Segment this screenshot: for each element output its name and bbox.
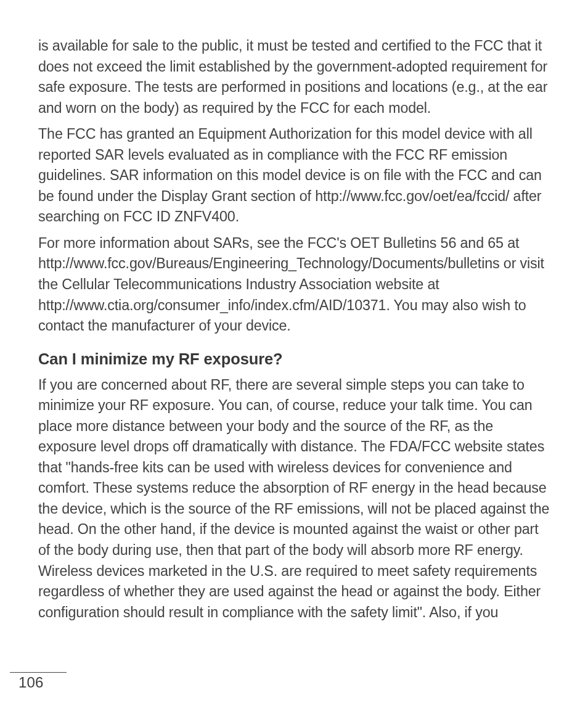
- section-heading: Can I minimize my RF exposure?: [38, 350, 550, 368]
- paragraph: If you are concerned about RF, there are…: [38, 375, 550, 623]
- page-footer: 106: [10, 672, 550, 691]
- paragraph: is available for sale to the public, it …: [38, 36, 550, 118]
- paragraph: For more information about SARs, see the…: [38, 233, 550, 337]
- footer-rule: [10, 672, 67, 673]
- document-page: is available for sale to the public, it …: [0, 0, 588, 706]
- page-number: 106: [18, 674, 550, 691]
- body-text-block-1: is available for sale to the public, it …: [38, 36, 550, 337]
- paragraph: The FCC has granted an Equipment Authori…: [38, 124, 550, 228]
- body-text-block-2: If you are concerned about RF, there are…: [38, 375, 550, 623]
